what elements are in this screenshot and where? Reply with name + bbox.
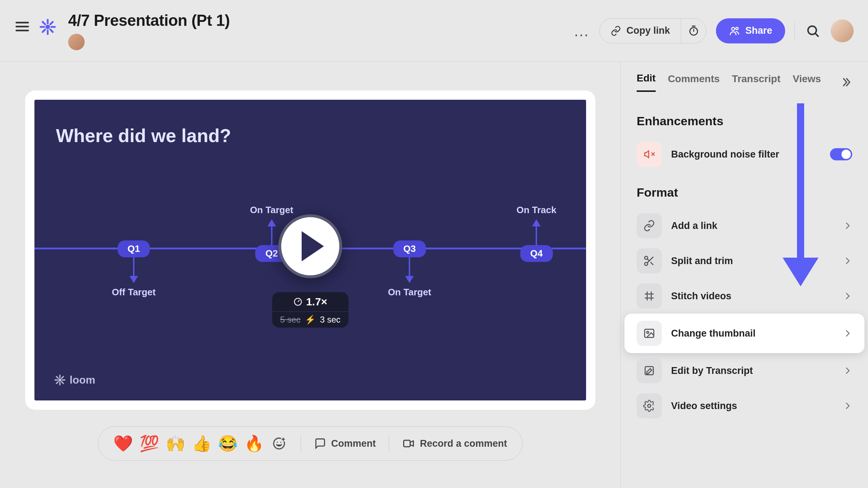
format-label: Edit by Transcript bbox=[671, 365, 753, 376]
tab-comments[interactable]: Comments bbox=[668, 73, 720, 91]
link-icon bbox=[610, 25, 621, 36]
timeline-item: On TrackQ4 bbox=[516, 201, 556, 262]
chevrons-right-icon bbox=[840, 76, 852, 88]
svg-point-0 bbox=[46, 24, 50, 29]
format-label: Split and trim bbox=[671, 255, 733, 267]
tab-edit[interactable]: Edit bbox=[637, 72, 656, 92]
reaction-emoji[interactable]: 👍 bbox=[192, 434, 212, 453]
noise-filter-row[interactable]: Background noise filter bbox=[621, 137, 868, 172]
people-icon bbox=[729, 25, 740, 37]
svg-rect-4 bbox=[51, 26, 56, 28]
timer-button[interactable] bbox=[681, 25, 706, 37]
right-sidebar: EditCommentsTranscriptViews Enhancements… bbox=[621, 62, 868, 488]
svg-rect-2 bbox=[47, 29, 49, 35]
svg-rect-25 bbox=[404, 440, 410, 447]
format-label: Video settings bbox=[671, 400, 737, 412]
tab-views[interactable]: Views bbox=[793, 73, 821, 91]
format-label: Stitch videos bbox=[671, 291, 731, 302]
collapse-sidebar-button[interactable] bbox=[840, 76, 852, 88]
svg-rect-15 bbox=[59, 375, 60, 378]
format-row-scissors[interactable]: Split and trim bbox=[621, 243, 868, 278]
page-title: 4/7 Presentation (Pt 1) bbox=[68, 11, 230, 29]
comment-button[interactable]: Comment bbox=[314, 437, 376, 450]
gear-icon bbox=[637, 393, 662, 418]
play-button[interactable] bbox=[278, 214, 342, 278]
top-bar-left: 4/7 Presentation (Pt 1) bbox=[14, 11, 230, 50]
video-icon bbox=[402, 437, 415, 450]
svg-rect-1 bbox=[47, 19, 49, 24]
speed-compare: 5 sec ⚡ 3 sec bbox=[272, 311, 349, 328]
video-card[interactable]: Where did we land? Q1Off TargetOn Target… bbox=[25, 90, 595, 410]
chevron-right-icon bbox=[843, 401, 852, 410]
svg-point-10 bbox=[732, 27, 735, 30]
search-icon bbox=[806, 24, 820, 38]
reaction-emoji[interactable]: 🔥 bbox=[244, 434, 264, 453]
svg-point-11 bbox=[736, 27, 738, 30]
svg-rect-6 bbox=[41, 28, 46, 33]
chevron-right-icon bbox=[843, 221, 852, 230]
svg-rect-20 bbox=[56, 381, 59, 384]
svg-point-31 bbox=[648, 404, 651, 408]
format-row-link[interactable]: Add a link bbox=[621, 208, 868, 243]
tab-transcript[interactable]: Transcript bbox=[732, 73, 780, 91]
svg-rect-19 bbox=[61, 376, 64, 379]
timeline-item: Q1Off Target bbox=[112, 240, 156, 301]
play-icon bbox=[302, 231, 324, 261]
svg-rect-7 bbox=[41, 20, 46, 25]
svg-rect-17 bbox=[55, 379, 58, 380]
format-row-edit[interactable]: Edit by Transcript bbox=[621, 353, 868, 388]
reaction-bar: ❤️💯🙌👍😂🔥 Comment Record a comment bbox=[98, 426, 523, 461]
mute-icon bbox=[637, 142, 662, 167]
svg-rect-3 bbox=[40, 26, 45, 28]
copy-link-button[interactable]: Copy link bbox=[600, 19, 681, 43]
format-row-gear[interactable]: Video settings bbox=[621, 388, 868, 423]
record-comment-button[interactable]: Record a comment bbox=[402, 437, 507, 450]
reaction-emoji[interactable]: 💯 bbox=[140, 434, 159, 453]
share-label: Share bbox=[745, 25, 772, 36]
svg-point-26 bbox=[645, 256, 648, 259]
svg-point-14 bbox=[58, 379, 62, 382]
format-label: Add a link bbox=[671, 220, 717, 231]
format-row-image[interactable]: Change thumbnail bbox=[624, 314, 864, 353]
loom-logo-icon bbox=[54, 374, 66, 386]
noise-filter-toggle[interactable] bbox=[830, 148, 852, 160]
share-button[interactable]: Share bbox=[716, 18, 785, 43]
svg-rect-8 bbox=[49, 28, 54, 33]
video-frame: Where did we land? Q1Off TargetOn Target… bbox=[34, 100, 586, 400]
profile-avatar[interactable] bbox=[831, 19, 854, 42]
svg-rect-16 bbox=[59, 382, 60, 385]
speed-tooltip: 1.7× 5 sec ⚡ 3 sec bbox=[272, 292, 349, 328]
top-bar: 4/7 Presentation (Pt 1) … Copy link Shar… bbox=[0, 0, 868, 62]
owner-avatar[interactable] bbox=[68, 34, 85, 50]
chevron-right-icon bbox=[843, 329, 852, 338]
link-icon bbox=[637, 213, 662, 238]
hamburger-icon bbox=[14, 19, 30, 34]
divider bbox=[794, 22, 795, 39]
format-label: Change thumbnail bbox=[671, 328, 756, 339]
format-title: Format bbox=[621, 172, 868, 208]
record-label: Record a comment bbox=[420, 438, 507, 449]
format-row-stitch[interactable]: Stitch videos bbox=[621, 278, 868, 314]
copy-link-label: Copy link bbox=[626, 25, 670, 36]
search-button[interactable] bbox=[804, 22, 821, 39]
svg-rect-5 bbox=[49, 20, 54, 25]
stitch-icon bbox=[637, 283, 662, 309]
image-icon bbox=[637, 321, 662, 346]
svg-rect-22 bbox=[61, 381, 64, 384]
loom-logo-icon bbox=[39, 18, 57, 36]
gauge-icon bbox=[293, 297, 302, 306]
add-reaction-button[interactable] bbox=[270, 435, 288, 452]
menu-button[interactable] bbox=[14, 19, 30, 34]
stopwatch-icon bbox=[688, 25, 699, 37]
slide-title: Where did we land? bbox=[56, 125, 565, 146]
reaction-emoji[interactable]: 😂 bbox=[218, 434, 238, 453]
svg-rect-18 bbox=[62, 379, 65, 380]
app-logo[interactable] bbox=[39, 18, 57, 36]
reaction-emoji[interactable]: 🙌 bbox=[166, 434, 185, 453]
reaction-emoji[interactable]: ❤️ bbox=[113, 434, 133, 453]
svg-point-29 bbox=[647, 331, 649, 333]
bolt-icon: ⚡ bbox=[305, 315, 316, 325]
chevron-right-icon bbox=[843, 256, 852, 266]
edit-icon bbox=[637, 358, 662, 383]
more-options-button[interactable]: … bbox=[573, 22, 590, 39]
